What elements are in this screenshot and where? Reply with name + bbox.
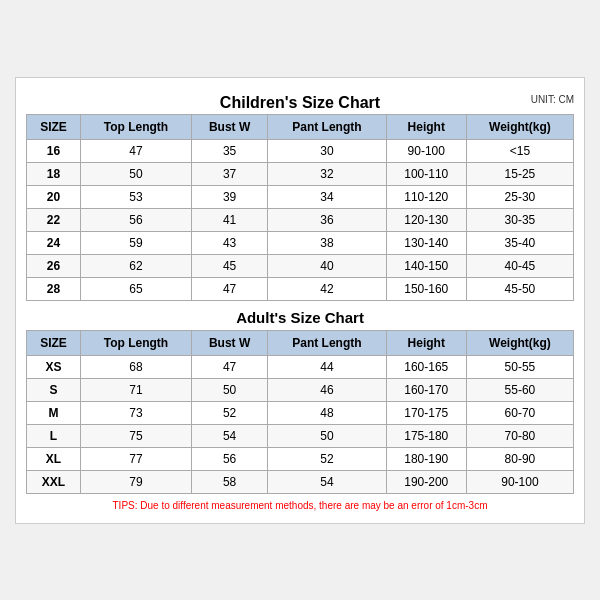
table-cell: 47 (192, 277, 268, 300)
table-cell: 46 (268, 378, 386, 401)
table-cell: 45-50 (466, 277, 573, 300)
table-cell: 48 (268, 401, 386, 424)
table-cell: 160-170 (386, 378, 466, 401)
children-col-weight: Weight(kg) (466, 114, 573, 139)
table-cell: 175-180 (386, 424, 466, 447)
table-row: XS684744160-16550-55 (27, 355, 574, 378)
adult-col-bust-w: Bust W (192, 330, 268, 355)
adult-title-text: Adult's Size Chart (236, 309, 364, 326)
adult-col-pant-length: Pant Length (268, 330, 386, 355)
table-cell: 52 (268, 447, 386, 470)
table-cell: 170-175 (386, 401, 466, 424)
children-title-text: Children's Size Chart (220, 94, 380, 111)
table-row: S715046160-17055-60 (27, 378, 574, 401)
table-cell: 75 (80, 424, 191, 447)
children-col-bust-w: Bust W (192, 114, 268, 139)
table-cell: 160-165 (386, 355, 466, 378)
table-cell: 47 (80, 139, 191, 162)
table-cell: 56 (80, 208, 191, 231)
children-table-body: 1647353090-100<1518503732100-11015-25205… (27, 139, 574, 300)
adult-col-height: Height (386, 330, 466, 355)
table-row: 22564136120-13030-35 (27, 208, 574, 231)
table-cell: 56 (192, 447, 268, 470)
table-cell: S (27, 378, 81, 401)
unit-label: UNIT: CM (531, 94, 574, 105)
table-row: 26624540140-15040-45 (27, 254, 574, 277)
table-cell: 52 (192, 401, 268, 424)
table-row: XXL795854190-20090-100 (27, 470, 574, 493)
children-col-height: Height (386, 114, 466, 139)
table-cell: 130-140 (386, 231, 466, 254)
table-cell: 30-35 (466, 208, 573, 231)
table-cell: 20 (27, 185, 81, 208)
table-cell: 22 (27, 208, 81, 231)
table-cell: XS (27, 355, 81, 378)
table-cell: 50 (268, 424, 386, 447)
table-cell: 45 (192, 254, 268, 277)
table-row: 28654742150-16045-50 (27, 277, 574, 300)
table-cell: 90-100 (386, 139, 466, 162)
table-cell: 35-40 (466, 231, 573, 254)
table-cell: 50-55 (466, 355, 573, 378)
adult-chart-title: Adult's Size Chart (26, 301, 574, 330)
table-cell: 120-130 (386, 208, 466, 231)
table-cell: 79 (80, 470, 191, 493)
table-cell: 16 (27, 139, 81, 162)
table-row: M735248170-17560-70 (27, 401, 574, 424)
children-col-pant-length: Pant Length (268, 114, 386, 139)
table-cell: 40-45 (466, 254, 573, 277)
table-cell: 77 (80, 447, 191, 470)
table-cell: 100-110 (386, 162, 466, 185)
table-cell: XXL (27, 470, 81, 493)
table-row: L755450175-18070-80 (27, 424, 574, 447)
table-cell: 34 (268, 185, 386, 208)
adult-header-row: SIZE Top Length Bust W Pant Length Heigh… (27, 330, 574, 355)
table-cell: 65 (80, 277, 191, 300)
table-cell: 80-90 (466, 447, 573, 470)
adult-col-size: SIZE (27, 330, 81, 355)
table-cell: L (27, 424, 81, 447)
table-cell: 43 (192, 231, 268, 254)
table-cell: 190-200 (386, 470, 466, 493)
table-cell: 26 (27, 254, 81, 277)
tips-text: TIPS: Due to different measurement metho… (26, 494, 574, 513)
table-row: 1647353090-100<15 (27, 139, 574, 162)
table-cell: 68 (80, 355, 191, 378)
children-chart-title: Children's Size Chart UNIT: CM (26, 88, 574, 114)
adult-size-table: SIZE Top Length Bust W Pant Length Heigh… (26, 330, 574, 494)
table-cell: 30 (268, 139, 386, 162)
table-cell: 38 (268, 231, 386, 254)
table-cell: 47 (192, 355, 268, 378)
table-cell: 180-190 (386, 447, 466, 470)
children-col-top-length: Top Length (80, 114, 191, 139)
table-row: XL775652180-19080-90 (27, 447, 574, 470)
table-cell: 73 (80, 401, 191, 424)
table-cell: 55-60 (466, 378, 573, 401)
table-cell: 32 (268, 162, 386, 185)
table-cell: 60-70 (466, 401, 573, 424)
children-size-table: SIZE Top Length Bust W Pant Length Heigh… (26, 114, 574, 301)
table-cell: 62 (80, 254, 191, 277)
table-row: 20533934110-12025-30 (27, 185, 574, 208)
table-cell: 15-25 (466, 162, 573, 185)
table-cell: 24 (27, 231, 81, 254)
table-cell: 42 (268, 277, 386, 300)
children-header-row: SIZE Top Length Bust W Pant Length Heigh… (27, 114, 574, 139)
table-cell: 37 (192, 162, 268, 185)
table-cell: 59 (80, 231, 191, 254)
chart-container: Children's Size Chart UNIT: CM SIZE Top … (15, 77, 585, 524)
table-cell: XL (27, 447, 81, 470)
table-cell: <15 (466, 139, 573, 162)
table-cell: 40 (268, 254, 386, 277)
table-cell: 110-120 (386, 185, 466, 208)
children-col-size: SIZE (27, 114, 81, 139)
table-cell: 39 (192, 185, 268, 208)
table-cell: 50 (192, 378, 268, 401)
table-cell: 53 (80, 185, 191, 208)
table-cell: 50 (80, 162, 191, 185)
table-cell: M (27, 401, 81, 424)
table-cell: 140-150 (386, 254, 466, 277)
table-cell: 54 (192, 424, 268, 447)
adult-col-weight: Weight(kg) (466, 330, 573, 355)
table-cell: 70-80 (466, 424, 573, 447)
